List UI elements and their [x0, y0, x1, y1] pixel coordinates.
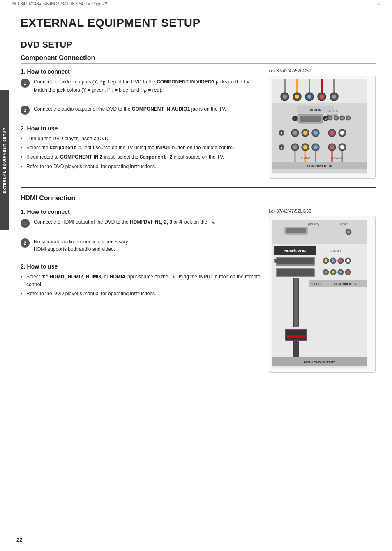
step1-note: Match the jack colors (Y = green, PB = b… [34, 87, 163, 93]
svg-text:VIDEO: VIDEO [301, 156, 310, 159]
svg-rect-26 [300, 116, 321, 122]
hdmi-step1-bold2: 4 [179, 219, 182, 225]
svg-rect-106 [294, 278, 298, 327]
use-item-3: If connected to COMPONENT IN 2 input, se… [21, 153, 261, 162]
page-number: 22 [16, 537, 22, 543]
component-right-col: i.e) 37/42/47/52LG50 [269, 68, 376, 179]
step2-text-before: Connect the audio outputs of the DVD to … [34, 106, 132, 112]
step1-text-after: jacks on the TV. [214, 79, 251, 85]
svg-point-95 [325, 271, 327, 274]
svg-text:1: 1 [294, 117, 296, 121]
hdmi-how-to-use: 2. How to use Select the HDMI1, HDMI2, H… [21, 263, 261, 298]
svg-point-30 [335, 117, 337, 119]
component-svg: RGB IN 1 2 AUDIO (RGB/DVI) [272, 79, 367, 174]
hdmi-use-list: Select the HDMI1, HDMI2, HDMI3, or HDMI4… [21, 273, 261, 298]
svg-point-46 [340, 131, 344, 135]
step2-circle: 2 [21, 106, 30, 115]
svg-text:2: 2 [281, 132, 283, 135]
component-how-to-connect-heading: 1. How to connect [21, 68, 261, 75]
svg-point-13 [320, 95, 324, 99]
svg-text:Y  Pb  Pb  L: Y Pb Pb L [331, 250, 342, 252]
hdmi-step2-text: No separate audio connection is necessar… [34, 238, 129, 253]
component-how-to-use: 2. How to use Turn on the DVD player, in… [21, 125, 261, 171]
hdmi-step1-text: Connect the HDMI output of the DVD to th… [34, 218, 216, 228]
hdmi-use-item-1: Select the HDMI1, HDMI2, HDMI3, or HDMI4… [21, 273, 261, 289]
dvd-setup-section: DVD SETUP Component Connection 1. How to… [21, 39, 376, 373]
component-use-list: Turn on the DVD player, insert a DVD. Se… [21, 135, 261, 171]
svg-point-101 [347, 271, 350, 274]
svg-point-97 [332, 271, 335, 274]
svg-text:L AUDIO: L AUDIO [331, 156, 343, 159]
hdmi-step2: 2 No separate audio connection is necess… [21, 238, 261, 258]
component-left-col: 1. How to connect 1 Connect the video ou… [21, 68, 261, 179]
svg-text:AUDIO: AUDIO [329, 110, 338, 113]
hdmi-step1: 1 Connect the HDMI output of the DVD to … [21, 218, 261, 233]
svg-text:2: 2 [325, 117, 327, 121]
step1-bold: COMPONENT IN VIDEO1 [157, 79, 214, 85]
hdmi-step1-circle: 1 [21, 219, 30, 228]
hdmi-image-label: i.e) 37/42/47/52LG50 [269, 208, 376, 213]
page-title: EXTERNAL EQUIPMENT SETUP [21, 16, 376, 30]
svg-point-75 [347, 231, 350, 234]
svg-rect-79 [277, 258, 314, 264]
step2-bold: COMPONENT IN AUDIO1 [132, 106, 190, 112]
svg-rect-83 [277, 269, 314, 276]
hdmi-how-to-use-heading: 2. How to use [21, 263, 261, 270]
component-diagram: RGB IN 1 2 AUDIO (RGB/DVI) [269, 76, 376, 179]
svg-point-44 [330, 131, 334, 135]
component-connection: Component Connection 1. How to connect 1… [21, 54, 376, 179]
svg-text:HDMI/DVI IN: HDMI/DVI IN [284, 249, 306, 253]
hdmi-step1-bold1: HDMI/DVI IN1, 2, 3 [130, 219, 172, 225]
step1-text-before: Connect the video outputs (Y, PB, PR) of… [34, 79, 157, 85]
header-decoration: ⊕ [376, 2, 380, 6]
svg-point-40 [303, 131, 307, 135]
hdmi-step2-circle: 2 [21, 238, 30, 248]
svg-point-87 [325, 259, 327, 262]
svg-point-52 [303, 145, 307, 149]
hdmi-connection-title: HDMI Connection [21, 194, 376, 204]
svg-point-58 [340, 145, 344, 149]
hdmi-left-col: 1. How to connect 1 Connect the HDMI out… [21, 208, 261, 373]
svg-point-91 [339, 259, 342, 262]
svg-point-42 [314, 131, 318, 135]
svg-point-54 [314, 145, 318, 149]
svg-point-56 [330, 145, 334, 149]
use-item-2: Select the Component 1 input source on t… [21, 144, 261, 152]
page-header: MFL34797048-en-8-ING 9/8/2008 3:54 PM Pa… [0, 0, 392, 8]
use-item-4: Refer to the DVD player's manual for ope… [21, 163, 261, 171]
use-item-1: Turn on the DVD player, insert a DVD. [21, 135, 261, 143]
svg-point-89 [332, 259, 335, 262]
hdmi-svg: (RGB/C) (RGB/L HDMI/DVI IN [272, 220, 367, 368]
step1-circle: 1 [21, 79, 30, 88]
hdmi-how-to-connect-heading: 1. How to connect [21, 208, 261, 215]
component-connection-layout: 1. How to connect 1 Connect the video ou… [21, 68, 376, 179]
svg-text:COMPONENT IN: COMPONENT IN [307, 164, 332, 168]
hdmi-connection: HDMI Connection 1. How to connect 1 Conn… [21, 194, 376, 373]
hdmi-use-item-2: Refer to the DVD player's manual for ope… [21, 290, 261, 298]
step1-text: Connect the video outputs (Y, PB, PR) of… [34, 78, 251, 95]
svg-text:(RGB/C): (RGB/C) [308, 223, 319, 226]
component-how-to-use-heading: 2. How to use [21, 125, 261, 132]
svg-point-28 [329, 117, 331, 119]
svg-text:(RGB/L: (RGB/L [339, 223, 349, 226]
svg-rect-109 [287, 335, 305, 338]
svg-point-7 [283, 95, 287, 99]
svg-point-99 [339, 271, 342, 274]
main-content: EXTERNAL EQUIPMENT SETUP DVD SETUP Compo… [0, 8, 392, 389]
component-step1: 1 Connect the video outputs (Y, PB, PR) … [21, 78, 261, 100]
component-image-label: i.e) 37/42/47/52LG50 [269, 68, 376, 73]
svg-text:1: 1 [281, 146, 283, 150]
svg-text:COMPONENT IN: COMPONENT IN [334, 282, 356, 285]
hdmi-diagram: (RGB/C) (RGB/L HDMI/DVI IN [269, 216, 376, 373]
svg-text:VIDEO: VIDEO [311, 282, 321, 285]
hdmi-right-col: i.e) 37/42/47/52LG50 (RGB/C) (RGB/L [269, 208, 376, 373]
component-connection-title: Component Connection [21, 54, 376, 64]
svg-text:2: 2 [273, 259, 275, 263]
svg-rect-72 [286, 228, 306, 233]
component-step2: 2 Connect the audio outputs of the DVD t… [21, 105, 261, 120]
svg-point-93 [347, 259, 350, 262]
svg-point-38 [293, 131, 297, 135]
step2-text-after: jacks on the TV. [190, 106, 226, 112]
dvd-section-title: DVD SETUP [21, 39, 376, 50]
svg-text:1: 1 [273, 271, 275, 275]
